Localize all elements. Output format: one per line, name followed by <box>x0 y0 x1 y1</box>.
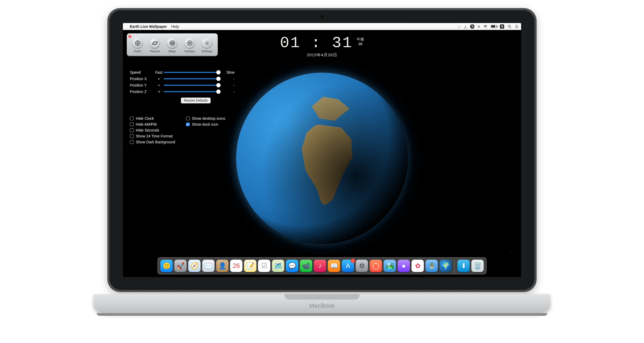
globe-lines-icon <box>132 38 143 49</box>
toolbar-label: Settings <box>199 50 215 53</box>
dock-calendar-icon[interactable]: 26 <box>230 260 243 272</box>
dock-itunes-icon[interactable]: ♪ <box>314 260 326 272</box>
globe-grid-icon <box>167 38 178 49</box>
slider-right-label: - <box>218 83 235 87</box>
slider-label: Position Z <box>130 90 154 94</box>
dock-contacts-icon[interactable]: 👤 <box>216 260 229 272</box>
dock-preview-icon[interactable]: 🏝️ <box>426 260 438 272</box>
slider-knob[interactable] <box>216 83 221 87</box>
slider-position x[interactable] <box>164 78 218 79</box>
slider-right-label: Slow <box>218 70 235 74</box>
dock-downloads-icon[interactable]: ⬇︎ <box>458 260 470 272</box>
checkbox-row[interactable]: Hide Seconds <box>130 128 175 132</box>
dock-notes-icon[interactable]: 📝 <box>244 260 257 272</box>
clock-date: 2015年4月26日 <box>280 53 364 58</box>
cloud-sync-icon[interactable]: ◌ <box>458 24 461 29</box>
checkbox-row[interactable]: Show desktop icons <box>186 116 225 121</box>
notification-center-icon[interactable]: ☰ <box>515 24 518 29</box>
dock-app1-icon[interactable]: ◯ <box>370 260 382 272</box>
dock-messages-icon[interactable]: 💬 <box>286 260 298 272</box>
dock-earth-live-icon[interactable]: 🌍 <box>440 260 452 272</box>
dock-system-preferences-icon[interactable]: ⚙︎ <box>356 260 368 272</box>
dropbox-icon[interactable]: ⧈ <box>478 24 480 29</box>
checkbox[interactable] <box>130 122 134 126</box>
toolbar-earth-button[interactable]: Earth <box>130 38 145 53</box>
slider-speed[interactable] <box>164 72 218 73</box>
spotlight-icon[interactable] <box>507 24 512 29</box>
slider-left-label: + <box>154 83 164 87</box>
camera-icon <box>320 15 324 18</box>
slider-left-label: Fast <box>154 70 164 74</box>
menubar-status-area: ◌ △ ① ⧈ A ☰ <box>458 24 518 29</box>
checkbox[interactable] <box>130 140 134 144</box>
toolbar-label: Maps <box>164 50 180 53</box>
toolbar-maps-button[interactable]: Maps <box>164 38 180 53</box>
google-drive-icon[interactable]: △ <box>464 24 467 29</box>
ime-icon[interactable]: A <box>500 24 504 29</box>
dock-photos-old-icon[interactable]: 🏞️ <box>384 260 396 272</box>
checkbox[interactable] <box>130 117 134 120</box>
dock-app-store-icon[interactable]: A2 <box>342 260 354 272</box>
checkbox-row[interactable]: Show 24 Time Format <box>130 134 175 138</box>
slider-knob[interactable] <box>216 90 221 94</box>
slider-label: Position X <box>130 77 154 81</box>
checkbox-label: Hide AM/PM <box>136 122 157 126</box>
dock-finder-icon[interactable]: 🙂 <box>160 260 173 272</box>
slider-position y[interactable] <box>164 85 218 86</box>
africa-landmass <box>298 124 360 206</box>
checkbox[interactable] <box>130 134 134 138</box>
toolbar-label: Planets <box>147 50 163 53</box>
macbook-notch <box>284 294 360 300</box>
toolbar-settings-button[interactable]: Settings <box>199 38 215 53</box>
planet-rings-icon <box>149 38 160 49</box>
dock-ibooks-icon[interactable]: 📖 <box>328 260 340 272</box>
svg-point-3 <box>152 41 158 45</box>
europe-landmass <box>312 97 350 121</box>
restore-defaults-button[interactable]: Restore Defaults <box>181 98 211 103</box>
slider-left-label: -+ <box>154 90 164 94</box>
checkbox[interactable] <box>186 117 190 120</box>
slider-label: Speed <box>130 70 154 74</box>
app-toolbar[interactable]: EarthPlanetsMapsFantasySettings <box>127 33 218 56</box>
checkbox-row[interactable]: Show dock icon <box>186 122 225 126</box>
checkbox[interactable] <box>186 122 190 126</box>
app-menu[interactable]: Earth Live Wallpaper <box>130 24 167 29</box>
badge: 2 <box>351 259 355 263</box>
slider-label: Position Y <box>130 83 154 87</box>
checkbox-row[interactable]: Show Dark Background <box>130 140 175 144</box>
checkbox-label: Show 24 Time Format <box>136 134 173 138</box>
macbook-lid: Earth Live Wallpaper Help ◌ △ ① ⧈ A ☰ <box>107 8 537 292</box>
dock-reminders-icon[interactable]: ☑︎ <box>258 260 270 272</box>
dock-photos-icon[interactable]: ✿ <box>412 260 424 272</box>
checkbox-row[interactable]: Hide AM/PM <box>130 122 175 126</box>
macbook-label: MacBook <box>309 302 335 309</box>
macbook-bezel: Earth Live Wallpaper Help ◌ △ ① ⧈ A ☰ <box>109 10 535 290</box>
checkbox-row[interactable]: Hide Clock <box>130 116 175 121</box>
checkbox[interactable] <box>130 128 134 132</box>
window-close-button[interactable] <box>129 35 131 38</box>
dock-trash-icon[interactable]: 🗑️ <box>471 260 484 272</box>
dock-mail-icon[interactable]: ✉️ <box>202 260 215 272</box>
toolbar-planets-button[interactable]: Planets <box>147 38 163 53</box>
checkbox-label: Show Dark Background <box>136 140 175 144</box>
macbook-base: MacBook <box>94 294 550 314</box>
battery-icon[interactable] <box>491 25 497 28</box>
dock-launchpad-icon[interactable]: 🚀 <box>174 260 187 272</box>
wifi-icon[interactable] <box>483 24 488 29</box>
slider-right-label: - <box>218 90 235 94</box>
help-menu[interactable]: Help <box>171 24 179 29</box>
screen: Earth Live Wallpaper Help ◌ △ ① ⧈ A ☰ <box>123 23 521 277</box>
checkbox-label: Show dock icon <box>192 122 218 126</box>
dock-facetime-icon[interactable]: 📹 <box>300 260 312 272</box>
earth-globe <box>236 73 408 244</box>
dock-safari-icon[interactable]: 🧭 <box>188 260 201 272</box>
clock-hud: 01 : 31 午後 38 2015年4月26日 <box>280 35 364 58</box>
svg-point-6 <box>206 42 208 44</box>
dock-app2-icon[interactable]: ● <box>398 260 410 272</box>
slider-knob[interactable] <box>216 77 221 81</box>
1password-icon[interactable]: ① <box>470 24 474 29</box>
slider-knob[interactable] <box>216 70 221 74</box>
desktop-wallpaper: 01 : 31 午後 38 2015年4月26日 EarthPlanetsMap… <box>123 30 521 277</box>
toolbar-fantasy-button[interactable]: Fantasy <box>182 38 197 53</box>
slider-position z[interactable] <box>164 91 218 92</box>
